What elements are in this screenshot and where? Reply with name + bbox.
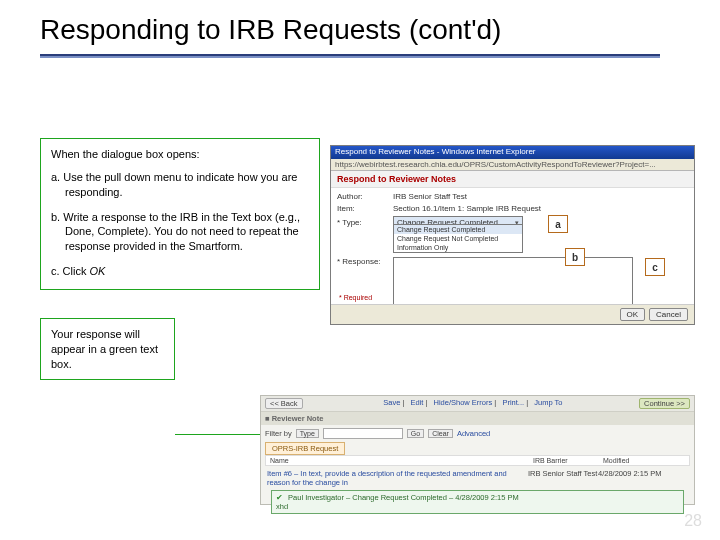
dialog-url-bar: https://webirbtest.research.chla.edu/OPR… (331, 159, 694, 171)
dialog-window: Respond to Reviewer Notes - Windows Inte… (330, 145, 695, 325)
type-option[interactable]: Change Request Completed (394, 225, 522, 234)
response-textarea[interactable] (393, 257, 633, 309)
instructions-box: When the dialogue box opens: a. Use the … (40, 138, 320, 290)
row-name[interactable]: Item #6 – In text, provide a description… (267, 469, 528, 487)
table-row: Item #6 – In text, provide a description… (267, 469, 688, 487)
type-label: * Type: (337, 218, 393, 227)
go-button[interactable]: Go (407, 429, 424, 438)
advanced-link[interactable]: Advanced (457, 429, 490, 438)
toolbar-link[interactable]: Save (383, 398, 400, 407)
dialog-footer: OK Cancel (331, 304, 694, 324)
type-option[interactable]: Change Request Not Completed (394, 234, 522, 243)
instructions-lead: When the dialogue box opens: (51, 147, 309, 162)
col-name: Name (266, 456, 529, 465)
left-column: When the dialogue box opens: a. Use the … (40, 138, 320, 380)
page-title: Responding to IRB Requests (cont'd) (0, 0, 720, 46)
response-entry: ✔ Paul Investigator – Change Request Com… (271, 490, 684, 514)
back-button[interactable]: << Back (265, 398, 303, 409)
result-box: Your response will appear in a green tex… (40, 318, 175, 381)
section-title: Reviewer Note (272, 414, 324, 423)
item-label: Item: (337, 204, 393, 213)
step-c-prefix: c. Click (51, 265, 90, 277)
dialog-heading: Respond to Reviewer Notes (331, 171, 694, 188)
ok-button[interactable]: OK (620, 308, 646, 321)
toolbar-link[interactable]: Edit (410, 398, 423, 407)
clear-button[interactable]: Clear (428, 429, 453, 438)
step-b: b. Write a response to the IRB in the Te… (65, 210, 309, 255)
filter-row: Filter by Type Go Clear Advanced (261, 425, 694, 442)
col-barrier: IRB Barrier (529, 456, 599, 465)
toolbar-link[interactable]: Jump To (534, 398, 562, 407)
col-modified: Modified (599, 456, 689, 465)
cancel-button[interactable]: Cancel (649, 308, 688, 321)
callout-a: a (548, 215, 568, 233)
step-c: c. Click OK (65, 264, 309, 279)
row-modified: 4/28/2009 2:15 PM (598, 469, 688, 487)
step-a: a. Use the pull down menu to indicate ho… (65, 170, 309, 200)
dialog-titlebar: Respond to Reviewer Notes - Windows Inte… (331, 146, 694, 159)
response-line: Paul Investigator – Change Request Compl… (288, 493, 519, 502)
response-label: * Response: (337, 257, 393, 266)
table-header: Name IRB Barrier Modified (265, 455, 690, 466)
required-note: * Required (339, 294, 372, 301)
title-rule (40, 54, 660, 58)
callout-c: c (645, 258, 665, 276)
type-tab[interactable]: OPRS-IRB Request (265, 442, 345, 455)
callout-b: b (565, 248, 585, 266)
panel-toolbar: << Back Save | Edit | Hide/Show Errors |… (261, 396, 694, 412)
author-value: IRB Senior Staff Test (393, 192, 688, 201)
type-option[interactable]: Information Only (394, 243, 522, 252)
item-value: Section 16.1/Item 1: Sample IRB Request (393, 204, 688, 213)
toolbar-link[interactable]: Hide/Show Errors (434, 398, 493, 407)
filter-field-select[interactable]: Type (296, 429, 319, 438)
toolbar-links: Save | Edit | Hide/Show Errors | Print..… (379, 398, 562, 409)
page-number: 28 (684, 512, 702, 530)
toolbar-link[interactable]: Print... (502, 398, 524, 407)
section-header: ■ Reviewer Note (261, 412, 694, 425)
check-icon: ✔ (276, 493, 283, 502)
filter-input[interactable] (323, 428, 403, 439)
filter-label: Filter by (265, 429, 292, 438)
author-label: Author: (337, 192, 393, 201)
type-dropdown-list[interactable]: Change Request Completed Change Request … (393, 224, 523, 253)
row-barrier: IRB Senior Staff Test (528, 469, 598, 487)
step-c-action: OK (90, 265, 106, 277)
reviewer-panel: << Back Save | Edit | Hide/Show Errors |… (260, 395, 695, 505)
continue-button[interactable]: Continue >> (639, 398, 690, 409)
dialog-body: Author: IRB Senior Staff Test Item: Sect… (331, 188, 694, 316)
response-text: xhd (276, 502, 679, 511)
